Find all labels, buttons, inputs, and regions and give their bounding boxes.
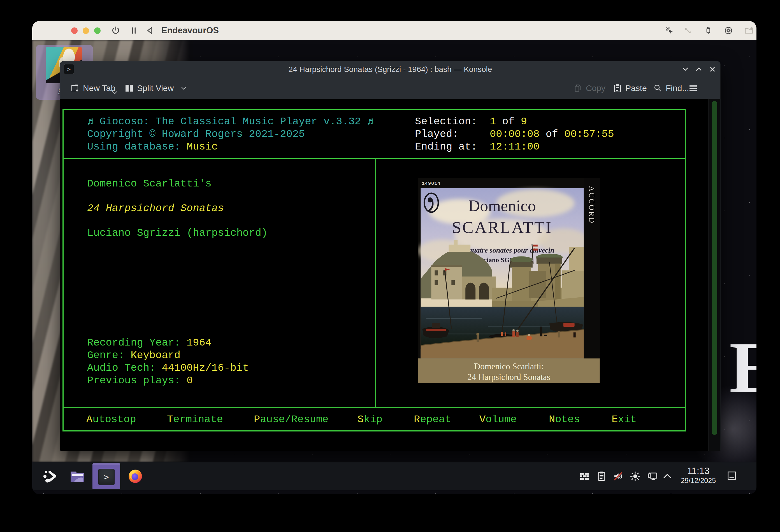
database-name: Music bbox=[187, 141, 218, 153]
copy-button[interactable]: Copy bbox=[573, 77, 605, 99]
close-button[interactable] bbox=[708, 64, 717, 74]
album-caption-line2: 24 Harpsichord Sonatas bbox=[467, 372, 550, 382]
display-tray-icon[interactable] bbox=[647, 471, 658, 482]
konsole-toolbar: New Tab Split View Copy bbox=[60, 77, 720, 99]
menu-item-notes[interactable]: Notes bbox=[549, 413, 580, 426]
hamburger-icon bbox=[688, 84, 698, 93]
shared-folder-icon[interactable] bbox=[744, 26, 754, 35]
taskbar: > bbox=[32, 462, 757, 490]
cover-title-2: SCARLATTI bbox=[452, 218, 552, 236]
firefox-button[interactable] bbox=[128, 469, 143, 484]
menu-item-volume[interactable]: Volume bbox=[479, 413, 517, 426]
album-caption-line1: Domenico Scarlatti: bbox=[474, 362, 543, 371]
app-title: ♬ Giocoso: The Classical Music Player v.… bbox=[87, 115, 373, 128]
new-tab-label: New Tab bbox=[83, 84, 115, 93]
hamburger-menu-button[interactable] bbox=[688, 77, 698, 99]
volume-muted-tray-icon[interactable] bbox=[613, 471, 624, 482]
scrollbar-handle[interactable] bbox=[712, 101, 717, 435]
paste-label: Paste bbox=[625, 84, 647, 93]
pointer-capture-icon[interactable] bbox=[665, 26, 674, 35]
work-line: 24 Harpsichord Sonatas bbox=[87, 202, 224, 215]
show-desktop-button[interactable] bbox=[726, 470, 737, 481]
record-label-name: ACCORD bbox=[588, 186, 596, 224]
terminal-scrollbar[interactable] bbox=[709, 99, 720, 451]
copy-label: Copy bbox=[586, 84, 605, 93]
clock-widget[interactable]: 11:13 29/12/2025 bbox=[678, 466, 719, 485]
minimize-traffic-light[interactable] bbox=[83, 28, 89, 34]
clipboard-tray-icon[interactable] bbox=[596, 471, 607, 482]
detail-row: Recording Year:1964 bbox=[87, 336, 249, 349]
menu-item-exit[interactable]: Exit bbox=[612, 413, 637, 426]
wallpaper-letter: E bbox=[729, 326, 757, 409]
composer-line: Domenico Scarlatti's bbox=[87, 177, 211, 190]
menu-item-repeat[interactable]: Repeat bbox=[414, 413, 451, 426]
find-button[interactable]: Find... bbox=[653, 77, 689, 99]
firefox-icon bbox=[128, 469, 143, 484]
split-view-icon bbox=[125, 84, 134, 93]
ending-row: Ending at:12:11:00 bbox=[415, 141, 614, 153]
panel-divider bbox=[375, 158, 376, 408]
new-tab-icon bbox=[70, 84, 80, 93]
clock-time: 11:13 bbox=[678, 466, 719, 476]
split-view-chevron-icon bbox=[181, 86, 187, 90]
konsole-taskbar-icon: > bbox=[98, 469, 114, 485]
back-icon[interactable] bbox=[145, 26, 155, 35]
resize-icon[interactable] bbox=[683, 26, 693, 35]
usb-icon[interactable] bbox=[703, 26, 713, 35]
menu-item-skip[interactable]: Skip bbox=[357, 413, 382, 426]
zoom-traffic-light[interactable] bbox=[94, 28, 101, 34]
file-manager-button[interactable] bbox=[69, 469, 85, 484]
disc-icon[interactable] bbox=[724, 26, 733, 35]
catalog-number: 149014 bbox=[422, 181, 440, 186]
minimize-button[interactable] bbox=[681, 64, 690, 74]
menu-item-autostop[interactable]: Autostop bbox=[86, 413, 136, 426]
pause-icon[interactable] bbox=[129, 26, 139, 35]
tray-expander-icon[interactable] bbox=[662, 471, 673, 482]
album-cover: 149014 Domenico SCARLAT bbox=[418, 178, 600, 383]
menu-item-pause-resume[interactable]: Pause/Resume bbox=[254, 413, 328, 426]
split-view-label: Split View bbox=[137, 84, 174, 93]
recording-details: Recording Year:1964 Genre:Keyboard Audio… bbox=[87, 336, 249, 387]
search-icon bbox=[653, 84, 663, 93]
screen: EndeavourOS E gio bbox=[0, 0, 780, 532]
new-tab-chevron-icon[interactable] bbox=[111, 91, 118, 95]
detail-row: Audio Tech:44100Hz/16-bit bbox=[87, 362, 249, 374]
konsole-window: > 24 Harpsichord Sonatas (Sgrizzi - 1964… bbox=[60, 61, 721, 451]
vm-window: EndeavourOS E gio bbox=[32, 21, 757, 494]
close-traffic-light[interactable] bbox=[71, 28, 78, 34]
vm-titlebar: EndeavourOS bbox=[32, 21, 757, 40]
maximize-button[interactable] bbox=[694, 64, 703, 74]
detail-row: Genre:Keyboard bbox=[87, 349, 249, 362]
terminal[interactable]: ♬ Giocoso: The Classical Music Player v.… bbox=[60, 99, 720, 451]
database-line: Using database:Music bbox=[87, 141, 373, 153]
selection-row: Selection:1of9 bbox=[415, 115, 614, 128]
copy-icon bbox=[573, 84, 583, 93]
firewall-tray-icon[interactable] bbox=[579, 471, 590, 482]
paste-button[interactable]: Paste bbox=[613, 77, 647, 99]
detail-row: Previous plays:0 bbox=[87, 374, 249, 387]
vm-desktop: E gio > 24 Harpsichord Sonatas (Sgrizzi … bbox=[32, 40, 757, 494]
giocoso-banner: ♬ Giocoso: The Classical Music Player v.… bbox=[87, 115, 373, 153]
copyright-line: Copyright © Howard Rogers 2021-2025 bbox=[87, 128, 373, 141]
dolphin-icon bbox=[69, 469, 85, 484]
konsole-window-title: 24 Harpsichord Sonatas (Sgrizzi - 1964) … bbox=[60, 65, 720, 74]
performer-line: Luciano Sgrizzi (harpsichord) bbox=[87, 227, 267, 240]
launcher-icon bbox=[43, 469, 58, 484]
played-row: Played:00:00:08of00:57:55 bbox=[415, 128, 614, 141]
split-view-button[interactable]: Split View bbox=[125, 77, 187, 99]
power-icon[interactable] bbox=[111, 26, 120, 35]
playback-status: Selection:1of9 Played:00:00:08of00:57:55… bbox=[415, 115, 614, 153]
new-tab-button[interactable]: New Tab bbox=[70, 77, 115, 99]
cover-title-1: Domenico bbox=[468, 197, 536, 215]
clock-date: 29/12/2025 bbox=[678, 476, 719, 485]
taskbar-active-slot[interactable]: > bbox=[92, 463, 120, 489]
find-label: Find... bbox=[666, 84, 689, 93]
brightness-tray-icon[interactable] bbox=[630, 471, 641, 482]
vm-title: EndeavourOS bbox=[161, 25, 219, 36]
konsole-titlebar[interactable]: > 24 Harpsichord Sonatas (Sgrizzi - 1964… bbox=[60, 61, 720, 77]
menu-item-terminate[interactable]: Terminate bbox=[167, 413, 223, 426]
paste-icon bbox=[613, 84, 622, 93]
app-launcher-button[interactable] bbox=[43, 469, 58, 484]
